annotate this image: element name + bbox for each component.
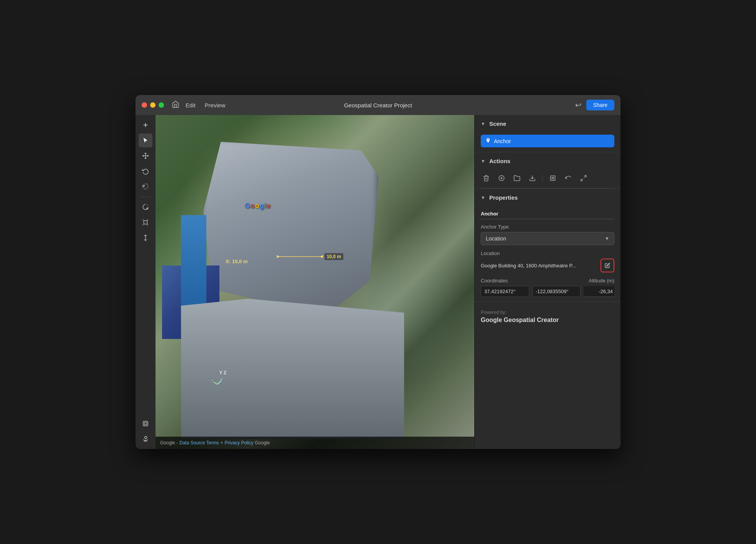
aerial-view: Google 10,0 m X: 10,0 m Y Z <box>156 115 474 449</box>
svg-marker-13 <box>320 255 323 258</box>
measurement-line <box>277 252 323 261</box>
axis-label: Y Z <box>219 370 226 375</box>
actions-divider <box>542 174 543 182</box>
svg-line-24 <box>581 179 583 181</box>
svg-point-10 <box>145 436 147 439</box>
import-action-button[interactable] <box>527 173 538 184</box>
transform-tool-button[interactable] <box>139 215 152 229</box>
building-lower <box>181 299 404 439</box>
coords-header: Coordinates Altitude (m) <box>481 278 614 284</box>
properties-chevron-icon: ▼ <box>481 195 485 200</box>
app-window: Edit Preview Geospatial Creator Project … <box>135 95 621 449</box>
share-button[interactable]: Share <box>586 100 614 110</box>
data-source-terms-link[interactable]: Data Source Terms <box>179 440 219 446</box>
actions-chevron-icon: ▼ <box>481 159 485 164</box>
anchor-type-chevron-icon: ▼ <box>605 236 609 241</box>
svg-rect-9 <box>144 422 147 425</box>
maximize-button[interactable] <box>159 102 164 108</box>
latitude-field[interactable]: 37,42192472° <box>481 286 529 297</box>
animate-button[interactable] <box>139 432 152 446</box>
properties-section-header[interactable]: ▼ Properties <box>475 189 621 206</box>
building-main <box>203 142 378 315</box>
anchor-type-value: Location <box>486 235 506 242</box>
actions-section-header[interactable]: ▼ Actions <box>475 152 621 170</box>
measurement-text: 10,0 m <box>324 253 343 260</box>
properties-section: ▼ Properties Anchor Anchor Type Location… <box>475 189 621 302</box>
scene-item-container: Anchor <box>475 132 621 152</box>
svg-marker-12 <box>277 255 280 258</box>
traffic-lights <box>142 102 164 108</box>
coords-row: 37,42192472° -122,0835509° -26,34 <box>481 286 614 297</box>
move-tool-button[interactable] <box>139 149 152 163</box>
layers-button[interactable] <box>139 417 152 431</box>
svg-rect-22 <box>550 176 555 180</box>
altitude-field[interactable]: -26,34 <box>584 286 614 297</box>
preview-menu[interactable]: Preview <box>205 102 225 108</box>
anchor-group-title: Anchor <box>481 211 614 219</box>
scene-section-title: Scene <box>489 120 506 127</box>
google-sign: Google <box>245 202 271 210</box>
rotate-tool-button[interactable] <box>139 164 152 178</box>
crop-action-button[interactable] <box>547 173 558 184</box>
x-axis-label: X: 10,0 m <box>226 259 248 264</box>
scale-vertical-button[interactable] <box>139 231 152 245</box>
location-label: Location <box>481 250 614 256</box>
title-bar: Edit Preview Geospatial Creator Project … <box>135 95 621 115</box>
select-region-button[interactable] <box>139 180 152 194</box>
anchor-type-label: Anchor Type <box>481 224 614 230</box>
minimize-button[interactable] <box>150 102 156 108</box>
longitude-field[interactable]: -122,0835509° <box>532 286 581 297</box>
svg-line-14 <box>217 380 221 384</box>
properties-content: Anchor Anchor Type Location ▼ Location G… <box>475 206 621 302</box>
right-panel: ▼ Scene Anchor <box>474 115 621 449</box>
building-blue-right <box>181 215 206 315</box>
privacy-policy-link[interactable]: Privacy Policy <box>225 440 254 446</box>
svg-line-15 <box>214 382 217 384</box>
footer-plus: + <box>221 440 223 446</box>
footer-google-end: Google <box>255 440 270 446</box>
edit-menu[interactable]: Edit <box>186 102 196 108</box>
location-value: Google Building 40, 1600 Amphitheatre P.… <box>481 263 597 269</box>
actions-bar <box>475 170 621 188</box>
add-button[interactable] <box>139 118 152 132</box>
main-content: Google 10,0 m X: 10,0 m Y Z <box>135 115 621 449</box>
toolbar-divider-1 <box>140 197 151 197</box>
lasso-tool-button[interactable] <box>139 200 152 214</box>
nav-actions: Edit Preview <box>186 102 225 108</box>
edit-location-button[interactable] <box>600 259 614 272</box>
expand-action-button[interactable] <box>578 173 589 184</box>
svg-line-23 <box>584 175 586 177</box>
title-bar-right: ↩ Share <box>575 100 614 110</box>
home-icon[interactable] <box>172 100 179 110</box>
anchor-item-icon <box>485 138 491 144</box>
svg-text:Z: Z <box>221 377 222 381</box>
powered-by-value: Google Geospatial Creator <box>481 317 614 324</box>
properties-section-title: Properties <box>489 194 518 201</box>
footer-google-label: Google - <box>160 440 178 446</box>
footer-bar: Google - Data Source Terms + Privacy Pol… <box>156 437 474 449</box>
folder-action-button[interactable] <box>512 173 522 184</box>
svg-rect-6 <box>144 221 147 224</box>
axis-indicator: Z Y <box>210 377 225 392</box>
svg-text:Y: Y <box>211 379 214 382</box>
undo-action-button[interactable] <box>563 173 574 184</box>
viewport[interactable]: Google 10,0 m X: 10,0 m Y Z <box>156 115 474 449</box>
location-row: Google Building 40, 1600 Amphitheatre P.… <box>481 259 614 272</box>
actions-section: ▼ Actions <box>475 152 621 189</box>
undo-button[interactable]: ↩ <box>575 100 582 110</box>
scene-section-header[interactable]: ▼ Scene <box>475 115 621 132</box>
altitude-label: Altitude (m) <box>589 278 614 284</box>
left-toolbar <box>135 115 156 449</box>
scene-chevron-icon: ▼ <box>481 121 485 127</box>
coordinates-label: Coordinates <box>481 278 508 284</box>
add-action-button[interactable] <box>496 173 507 184</box>
powered-by-section: Powered by: Google Geospatial Creator <box>475 302 621 330</box>
delete-action-button[interactable] <box>481 173 492 184</box>
close-button[interactable] <box>142 102 147 108</box>
scene-anchor-item[interactable]: Anchor <box>481 135 614 147</box>
select-tool-button[interactable] <box>139 133 152 147</box>
svg-rect-8 <box>143 421 148 426</box>
actions-bottom-divider <box>481 188 614 189</box>
window-title: Geospatial Creator Project <box>344 102 412 108</box>
anchor-type-select[interactable]: Location ▼ <box>481 232 614 245</box>
